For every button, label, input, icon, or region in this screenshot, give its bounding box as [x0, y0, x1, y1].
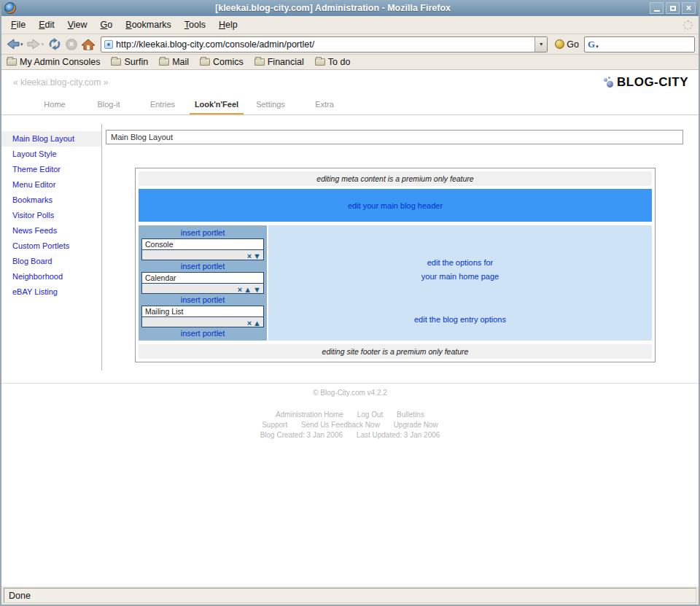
forward-dropdown-icon[interactable]: ▾ — [42, 42, 44, 47]
portlet-calendar: Calendar ×▲▼ — [141, 272, 264, 294]
bookmark-folder-comics[interactable]: Comics — [200, 57, 244, 67]
tab-look-n-feel[interactable]: Look'n'Feel — [190, 100, 244, 115]
stop-button[interactable]: × — [65, 36, 78, 53]
footer-link-send-feedback[interactable]: Send Us Feedback Now — [301, 421, 380, 429]
insert-portlet-link[interactable]: insert portlet — [139, 260, 267, 272]
web-search-input[interactable] — [600, 39, 694, 50]
sidebar-item-custom-portlets[interactable]: Custom Portlets — [1, 238, 101, 254]
edit-blog-entry-options-link[interactable]: edit the blog entry options — [268, 315, 652, 324]
portlet-console: Console ×▼ — [141, 238, 264, 260]
footer-link-administration-home[interactable]: Administration Home — [276, 411, 343, 419]
throbber-icon — [683, 20, 693, 30]
folder-icon — [254, 58, 265, 66]
home-button[interactable] — [80, 36, 96, 53]
portlet-column: insert portlet Console ×▼ insert portlet… — [139, 225, 267, 341]
remove-portlet-icon[interactable]: × — [247, 252, 252, 260]
back-button[interactable]: ▾ — [5, 36, 24, 53]
stop-icon: × — [66, 39, 77, 50]
sidebar-item-visitor-polls[interactable]: Visitor Polls — [1, 208, 101, 223]
window-title: [kleekai.blog-city.com] Administration -… — [16, 3, 650, 13]
sidebar-item-theme-editor[interactable]: Theme Editor — [1, 162, 101, 177]
tab-home[interactable]: Home — [28, 100, 82, 115]
back-arrow-icon — [6, 39, 20, 50]
url-dropdown-button[interactable]: ▾ — [534, 37, 547, 52]
sidebar: Main Blog Layout Layout Style Theme Edit… — [1, 124, 102, 370]
bookmarks-toolbar: My Admin Consoles Surfin Mail Comics Fin… — [1, 55, 699, 70]
insert-portlet-link[interactable]: insert portlet — [139, 227, 267, 238]
tab-blog-it[interactable]: Blog-it — [82, 100, 136, 115]
search-engine-dropdown-icon[interactable]: ▾ — [596, 44, 599, 50]
footer-link-log-out[interactable]: Log Out — [357, 411, 384, 419]
footer-premium-notice: editing site footer is a premium only fe… — [139, 344, 652, 359]
remove-portlet-icon[interactable]: × — [238, 285, 242, 294]
move-down-icon[interactable]: ▼ — [253, 252, 261, 260]
sidebar-item-bookmarks[interactable]: Bookmarks — [1, 193, 101, 208]
minimize-icon — [654, 10, 660, 12]
bookmark-folder-mail[interactable]: Mail — [159, 57, 189, 67]
bookmark-folder-my-admin-consoles[interactable]: My Admin Consoles — [7, 57, 100, 67]
menu-go[interactable]: Go — [94, 16, 120, 34]
move-down-icon[interactable]: ▼ — [253, 285, 261, 294]
close-button[interactable]: × — [682, 2, 696, 14]
insert-portlet-link[interactable]: insert portlet — [139, 294, 267, 306]
maximize-button[interactable] — [666, 2, 680, 14]
sidebar-item-ebay-listing[interactable]: eBAY Listing — [1, 284, 101, 300]
tabs-divider — [1, 114, 699, 115]
site-favicon — [104, 40, 113, 49]
sidebar-item-neighborhood[interactable]: Neighborhood — [1, 269, 101, 284]
tab-extra[interactable]: Extra — [298, 100, 351, 115]
reload-button[interactable] — [47, 36, 63, 53]
edit-home-options-link[interactable]: edit the options for your main home page — [268, 225, 652, 283]
sidebar-item-main-blog-layout[interactable]: Main Blog Layout — [1, 131, 101, 147]
sidebar-item-news-feeds[interactable]: News Feeds — [1, 223, 101, 238]
breadcrumb: « kleekai.blog-city.com » — [13, 77, 109, 88]
bookmark-label: Comics — [213, 57, 244, 67]
insert-portlet-link[interactable]: insert portlet — [139, 327, 267, 339]
home-icon — [81, 39, 96, 50]
forward-button[interactable]: ▾ — [26, 36, 45, 53]
blog-header-zone[interactable]: edit your main blog header — [139, 189, 652, 222]
bookmark-folder-surfin[interactable]: Surfin — [111, 57, 148, 67]
back-dropdown-icon[interactable]: ▾ — [20, 42, 23, 47]
bookmark-label: Surfin — [124, 57, 148, 67]
edit-header-link[interactable]: edit your main blog header — [348, 201, 443, 210]
url-input[interactable] — [116, 39, 534, 50]
go-button[interactable]: Go — [552, 39, 582, 50]
sidebar-item-menu-editor[interactable]: Menu Editor — [1, 177, 101, 193]
folder-icon — [315, 58, 325, 66]
sidebar-item-layout-style[interactable]: Layout Style — [1, 147, 101, 162]
menu-tools[interactable]: Tools — [178, 16, 212, 34]
blog-city-logo-text: BLOG-CITY — [617, 75, 688, 90]
maximize-icon — [670, 6, 676, 11]
footer-link-support[interactable]: Support — [262, 421, 287, 429]
browser-window: [kleekai.blog-city.com] Administration -… — [0, 0, 700, 606]
menu-view[interactable]: View — [61, 16, 94, 34]
bookmark-folder-financial[interactable]: Financial — [254, 57, 304, 67]
footer-link-bulletins[interactable]: Bulletins — [397, 411, 424, 419]
reload-icon — [47, 38, 62, 50]
sidebar-item-blog-board[interactable]: Blog Board — [1, 254, 101, 269]
page-title: Main Blog Layout — [106, 130, 683, 144]
blog-city-logo[interactable]: BLOG-CITY — [602, 75, 688, 90]
move-up-icon[interactable]: ▲ — [253, 319, 261, 327]
blog-updated-date: Last Updated: 3 Jan 2006 — [357, 431, 440, 439]
blog-layout-editor: editing meta content is a premium only f… — [135, 168, 656, 362]
remove-portlet-icon[interactable]: × — [247, 319, 252, 327]
search-bar[interactable]: G ▾ — [584, 36, 695, 53]
move-up-icon[interactable]: ▲ — [244, 285, 252, 294]
go-icon — [555, 39, 564, 49]
url-bar[interactable]: ▾ — [101, 36, 548, 53]
menu-file[interactable]: File — [4, 16, 32, 34]
tab-settings[interactable]: Settings — [244, 100, 298, 115]
menu-edit[interactable]: Edit — [32, 16, 61, 34]
statusbar: Done — [1, 586, 699, 605]
bookmark-folder-to-do[interactable]: To do — [315, 57, 351, 67]
tab-entries[interactable]: Entries — [136, 100, 190, 115]
menu-bookmarks[interactable]: Bookmarks — [119, 16, 178, 34]
menu-help[interactable]: Help — [212, 16, 244, 34]
minimize-button[interactable] — [650, 2, 664, 14]
footer-link-upgrade-now[interactable]: Upgrade Now — [394, 421, 438, 429]
footer-divider — [1, 383, 699, 384]
google-search-icon[interactable]: G — [588, 39, 595, 50]
bookmark-label: Financial — [268, 57, 304, 67]
